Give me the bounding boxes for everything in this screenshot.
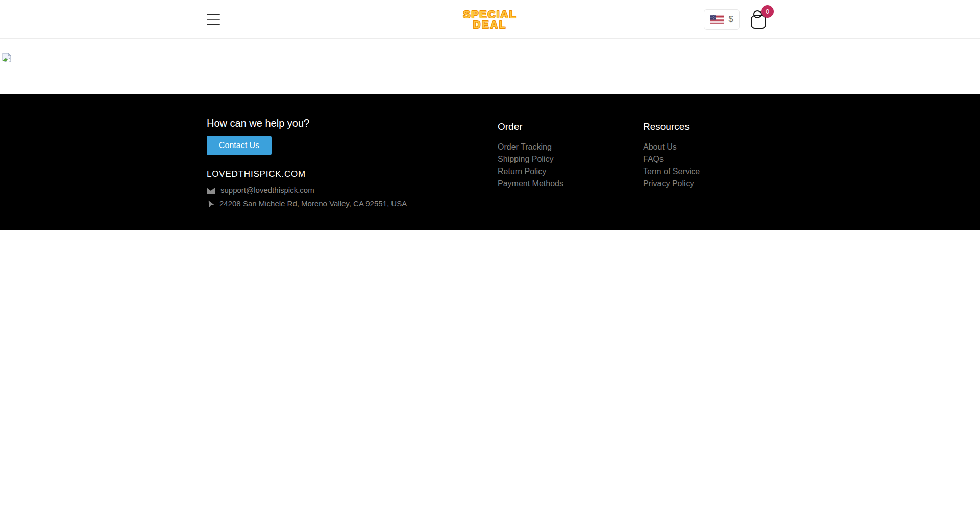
footer-address-text: 24208 San Michele Rd, Moreno Valley, CA …	[219, 199, 407, 208]
envelope-icon	[207, 187, 215, 194]
footer-link-order-tracking[interactable]: Order Tracking	[498, 143, 643, 151]
help-heading: How can we help you?	[207, 117, 498, 129]
footer-link-term-of-service[interactable]: Term of Service	[643, 167, 773, 176]
site-footer: How can we help you? Contact Us LOVEDTHI…	[0, 94, 980, 230]
site-header: SPECIAL DEAL	[0, 0, 980, 39]
footer-link-about-us[interactable]: About Us	[643, 143, 773, 151]
footer-email-row: support@lovedthispick.com	[207, 186, 498, 195]
us-flag-icon	[710, 15, 724, 24]
menu-hamburger-icon[interactable]	[207, 13, 220, 26]
logo-line2: DEAL	[463, 19, 517, 30]
footer-link-payment-methods[interactable]: Payment Methods	[498, 180, 643, 188]
footer-brand: LOVEDTHISPICK.COM	[207, 169, 498, 179]
footer-column-resources: Resources About Us FAQs Term of Service …	[643, 117, 773, 208]
currency-selector[interactable]: $	[704, 9, 740, 30]
footer-column-title: Order	[498, 121, 643, 132]
footer-column-title: Resources	[643, 121, 773, 132]
footer-link-return-policy[interactable]: Return Policy	[498, 167, 643, 176]
location-arrow-icon	[207, 200, 214, 207]
logo-line1: SPECIAL	[463, 9, 517, 19]
broken-image-icon	[2, 53, 11, 64]
footer-link-privacy-policy[interactable]: Privacy Policy	[643, 180, 773, 188]
cart-count-badge: 0	[761, 5, 774, 18]
footer-column-order: Order Order Tracking Shipping Policy Ret…	[498, 117, 643, 208]
footer-address-row: 24208 San Michele Rd, Moreno Valley, CA …	[207, 199, 498, 208]
footer-link-faqs[interactable]: FAQs	[643, 155, 773, 163]
main-content	[0, 39, 980, 94]
footer-link-shipping-policy[interactable]: Shipping Policy	[498, 155, 643, 163]
currency-symbol: $	[729, 14, 733, 25]
footer-help-section: How can we help you? Contact Us LOVEDTHI…	[207, 117, 498, 208]
footer-email-link[interactable]: support@lovedthispick.com	[220, 186, 314, 195]
cart-button[interactable]: 0	[750, 10, 767, 29]
contact-us-button[interactable]: Contact Us	[207, 136, 272, 155]
site-logo[interactable]: SPECIAL DEAL	[463, 9, 517, 30]
